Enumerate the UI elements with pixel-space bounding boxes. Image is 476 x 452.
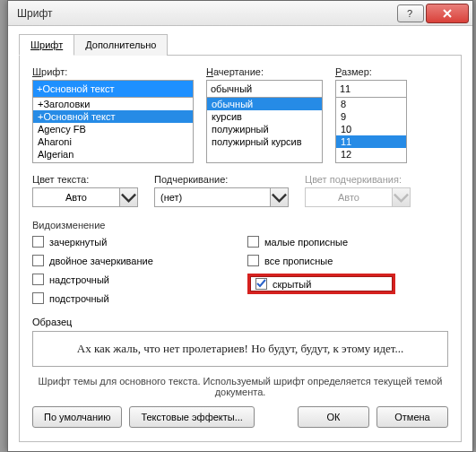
window-title: Шрифт [17,7,395,20]
checkbox-box [32,274,44,285]
color-combo[interactable]: Авто [32,187,138,207]
subscript-checkbox[interactable]: подстрочный [32,292,221,304]
font-dialog: Шрифт ? Шрифт Дополнительно Шрифт: +Осно… [7,0,473,452]
titlebar: Шрифт ? [8,1,472,26]
allcaps-checkbox[interactable]: все прописные [247,255,395,266]
size-list[interactable]: 8 9 10 11 12 [335,97,407,163]
ok-button[interactable]: ОК [298,406,369,428]
list-item[interactable]: 11 [336,135,406,148]
list-item[interactable]: 10 [336,123,406,135]
list-item[interactable]: 9 [336,110,406,123]
theme-note: Шрифт темы для основного текста. Использ… [32,376,448,397]
list-item[interactable]: Aharoni [33,135,193,148]
style-list[interactable]: обычный курсив полужирный полужирный кур… [206,97,323,163]
dstrike-checkbox[interactable]: двойное зачеркивание [32,255,221,266]
style-input[interactable]: обычный [206,80,323,98]
checkbox-box [32,255,44,266]
chevron-down-icon[interactable] [119,188,137,206]
list-item[interactable]: обычный [207,98,322,110]
font-label: Шрифт: [32,66,194,77]
superscript-checkbox[interactable]: надстрочный [32,274,221,285]
help-icon: ? [405,8,416,19]
ulcolor-label: Цвет подчеркивания: [305,174,411,185]
color-label: Цвет текста: [32,174,138,185]
size-input[interactable]: 11 [335,80,407,98]
underline-label: Подчеркивание: [154,174,289,185]
checkbox-box [32,292,44,304]
close-icon [442,8,453,19]
list-item[interactable]: Algerian [33,148,193,161]
hidden-checkbox[interactable]: скрытый [247,274,395,294]
list-item[interactable]: Agency FB [33,123,193,135]
list-item[interactable]: +Основной текст [33,110,193,123]
tab-font[interactable]: Шрифт [19,34,74,56]
text-effects-button[interactable]: Текстовые эффекты... [129,406,255,428]
font-input[interactable]: +Основной текст [32,80,194,98]
chevron-down-icon [392,188,410,206]
preview-box: Ах как жаль, что нет пролетариев! Но буд… [32,331,448,367]
list-item[interactable]: 8 [336,98,406,110]
list-item[interactable]: 12 [336,148,406,161]
size-label: Размер: [335,66,407,77]
chevron-down-icon[interactable] [270,188,288,206]
help-button[interactable]: ? [397,4,424,22]
underline-combo[interactable]: (нет) [154,187,289,207]
tab-font-panel: Шрифт: +Основной текст +Заголовки +Основ… [19,56,462,442]
list-item[interactable]: полужирный [207,123,322,135]
font-list[interactable]: +Заголовки +Основной текст Agency FB Aha… [32,97,194,163]
style-label: Начертание: [206,66,323,77]
default-button[interactable]: По умолчанию [32,406,122,428]
effects-group-label: Видоизменение [32,220,448,230]
preview-label: Образец [32,317,72,327]
close-button[interactable] [426,4,469,23]
smallcaps-checkbox[interactable]: малые прописные [247,236,395,248]
client-area: Шрифт Дополнительно Шрифт: +Основной тек… [8,26,472,451]
checkbox-box [255,278,267,290]
checkbox-box [247,236,259,248]
svg-text:?: ? [407,8,412,19]
tab-advanced[interactable]: Дополнительно [74,34,168,56]
cancel-button[interactable]: Отмена [376,406,448,428]
tab-strip: Шрифт Дополнительно [19,33,462,56]
list-item[interactable]: полужирный курсив [207,135,322,148]
checkbox-box [247,255,259,266]
strike-checkbox[interactable]: зачеркнутый [32,236,221,248]
checkbox-box [32,236,44,248]
ulcolor-combo: Авто [305,187,411,207]
list-item[interactable]: +Заголовки [33,98,193,110]
list-item[interactable]: курсив [207,110,322,123]
